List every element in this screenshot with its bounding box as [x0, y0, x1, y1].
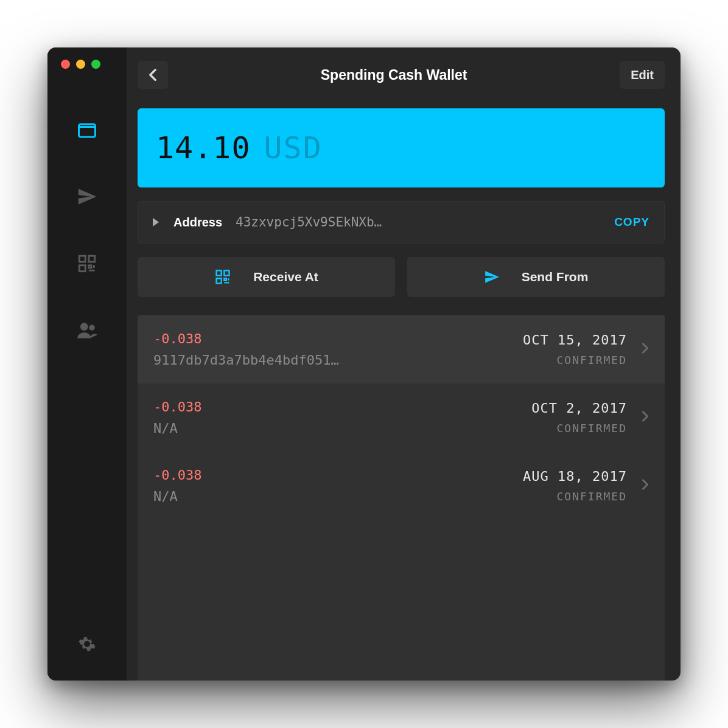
sidebar-item-contacts[interactable] — [75, 318, 99, 343]
topbar: Spending Cash Wallet Edit — [138, 60, 665, 90]
transaction-status: CONFIRMED — [531, 422, 627, 435]
traffic-lights — [47, 60, 100, 69]
svg-rect-7 — [225, 271, 229, 276]
sidebar-item-wallet[interactable] — [75, 117, 99, 142]
address-label: Address — [173, 215, 222, 229]
balance-currency: USD — [264, 130, 323, 166]
transaction-left: -0.0389117db7d3a7bb4e4bdf051… — [153, 331, 513, 368]
transaction-date: OCT 2, 2017 — [531, 401, 627, 416]
qr-icon — [214, 268, 231, 285]
sidebar-item-settings[interactable] — [75, 632, 99, 656]
chevron-left-icon — [149, 68, 157, 82]
transaction-row[interactable]: -0.038N/AOCT 2, 2017CONFIRMED — [138, 383, 665, 452]
balance-amount: 14.10 — [156, 130, 251, 166]
sidebar-items — [75, 117, 99, 632]
svg-point-5 — [89, 325, 95, 331]
back-button[interactable] — [138, 61, 168, 89]
transaction-amount: -0.038 — [153, 331, 513, 346]
wallet-icon — [76, 119, 98, 141]
send-icon — [77, 186, 97, 207]
transaction-date: OCT 15, 2017 — [523, 332, 627, 348]
edit-button[interactable]: Edit — [620, 61, 665, 89]
transaction-row[interactable]: -0.0389117db7d3a7bb4e4bdf051…OCT 15, 201… — [138, 315, 665, 383]
send-button[interactable]: Send From — [407, 257, 665, 297]
send-label: Send From — [522, 270, 589, 284]
chevron-right-icon — [642, 342, 649, 357]
transaction-left: -0.038N/A — [153, 399, 522, 436]
window-minimize-button[interactable] — [76, 60, 85, 69]
svg-rect-3 — [79, 265, 85, 271]
transaction-date: AUG 18, 2017 — [523, 469, 627, 484]
gear-icon — [78, 635, 96, 653]
sidebar-item-send[interactable] — [75, 184, 99, 209]
transaction-status: CONFIRMED — [523, 354, 627, 366]
send-icon — [484, 269, 500, 285]
transaction-status: CONFIRMED — [523, 490, 627, 503]
page-title: Spending Cash Wallet — [168, 67, 620, 83]
transaction-hash: N/A — [153, 489, 513, 504]
svg-rect-2 — [89, 256, 95, 262]
contacts-icon — [75, 319, 99, 342]
transaction-right: OCT 15, 2017CONFIRMED — [523, 332, 627, 366]
receive-button[interactable]: Receive At — [138, 257, 395, 297]
chevron-right-icon — [642, 478, 649, 493]
transaction-right: AUG 18, 2017CONFIRMED — [523, 469, 627, 503]
window-maximize-button[interactable] — [91, 60, 100, 69]
transaction-hash: 9117db7d3a7bb4e4bdf051… — [153, 352, 513, 368]
sidebar-item-receive[interactable] — [75, 251, 99, 276]
address-value: 43zxvpcj5Xv9SEkNXb… — [236, 215, 614, 229]
address-row[interactable]: Address 43zxvpcj5Xv9SEkNXb… COPY — [138, 201, 665, 243]
transaction-list: -0.0389117db7d3a7bb4e4bdf051…OCT 15, 201… — [138, 315, 665, 681]
svg-rect-8 — [217, 278, 222, 283]
sidebar — [47, 47, 127, 681]
transaction-left: -0.038N/A — [153, 467, 513, 504]
action-row: Receive At Send From — [138, 257, 665, 297]
transaction-row[interactable]: -0.038N/AAUG 18, 2017CONFIRMED — [138, 452, 665, 520]
balance-card: 14.10 USD — [138, 108, 665, 187]
window-close-button[interactable] — [61, 60, 70, 69]
disclosure-triangle-icon — [153, 218, 159, 226]
transaction-right: OCT 2, 2017CONFIRMED — [531, 401, 627, 435]
svg-rect-6 — [217, 271, 222, 276]
svg-point-4 — [80, 323, 88, 331]
transaction-amount: -0.038 — [153, 467, 513, 483]
transaction-amount: -0.038 — [153, 399, 522, 415]
qr-icon — [77, 253, 97, 274]
copy-button[interactable]: COPY — [614, 215, 649, 229]
receive-label: Receive At — [253, 270, 318, 284]
app-window: Spending Cash Wallet Edit 14.10 USD Addr… — [47, 47, 681, 681]
sidebar-bottom — [75, 632, 99, 681]
main-content: Spending Cash Wallet Edit 14.10 USD Addr… — [127, 47, 681, 681]
transaction-hash: N/A — [153, 421, 522, 436]
chevron-right-icon — [642, 410, 649, 425]
svg-rect-1 — [79, 256, 85, 262]
